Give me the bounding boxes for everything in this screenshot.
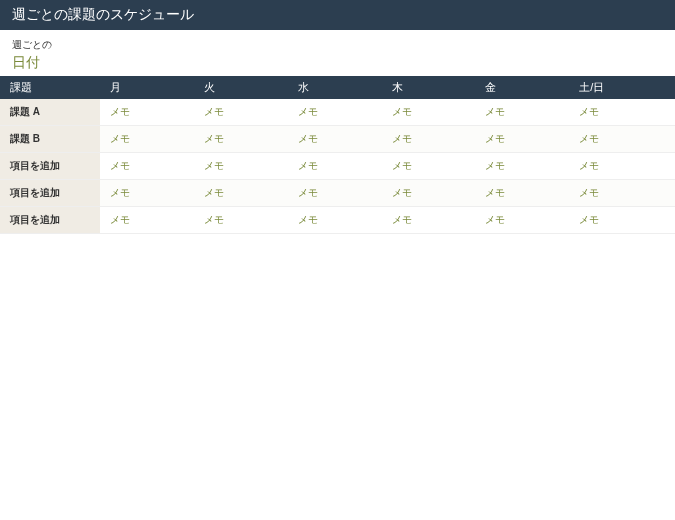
cell-note[interactable]: メモ bbox=[382, 207, 476, 234]
cell-note[interactable]: メモ bbox=[382, 126, 476, 153]
cell-note[interactable]: メモ bbox=[382, 180, 476, 207]
cell-note[interactable]: メモ bbox=[382, 99, 476, 126]
cell-note[interactable]: メモ bbox=[194, 126, 288, 153]
col-header-mon: 月 bbox=[100, 76, 194, 99]
cell-note[interactable]: メモ bbox=[569, 207, 675, 234]
cell-note[interactable]: メモ bbox=[100, 180, 194, 207]
cell-note[interactable]: メモ bbox=[194, 99, 288, 126]
cell-note[interactable]: メモ bbox=[288, 126, 382, 153]
table-body: 課題 A メモ メモ メモ メモ メモ メモ 課題 B メモ メモ メモ メモ … bbox=[0, 99, 675, 234]
cell-note[interactable]: メモ bbox=[382, 153, 476, 180]
cell-note[interactable]: メモ bbox=[475, 99, 569, 126]
cell-note[interactable]: メモ bbox=[475, 207, 569, 234]
cell-note[interactable]: メモ bbox=[569, 99, 675, 126]
cell-note[interactable]: メモ bbox=[288, 99, 382, 126]
col-header-assignment: 課題 bbox=[0, 76, 100, 99]
cell-note[interactable]: メモ bbox=[475, 153, 569, 180]
cell-note[interactable]: メモ bbox=[100, 153, 194, 180]
table-row: 項目を追加 メモ メモ メモ メモ メモ メモ bbox=[0, 207, 675, 234]
cell-note[interactable]: メモ bbox=[100, 99, 194, 126]
row-label[interactable]: 課題 A bbox=[0, 99, 100, 126]
table-row: 課題 B メモ メモ メモ メモ メモ メモ bbox=[0, 126, 675, 153]
week-label: 週ごとの bbox=[12, 38, 663, 52]
col-header-wed: 水 bbox=[288, 76, 382, 99]
col-header-satsun: 土/日 bbox=[569, 76, 675, 99]
cell-note[interactable]: メモ bbox=[100, 207, 194, 234]
table-row: 項目を追加 メモ メモ メモ メモ メモ メモ bbox=[0, 180, 675, 207]
table-row: 項目を追加 メモ メモ メモ メモ メモ メモ bbox=[0, 153, 675, 180]
col-header-fri: 金 bbox=[475, 76, 569, 99]
cell-note[interactable]: メモ bbox=[288, 180, 382, 207]
cell-note[interactable]: メモ bbox=[475, 126, 569, 153]
cell-note[interactable]: メモ bbox=[100, 126, 194, 153]
row-label[interactable]: 項目を追加 bbox=[0, 207, 100, 234]
table-header-row: 課題 月 火 水 木 金 土/日 bbox=[0, 76, 675, 99]
row-label[interactable]: 項目を追加 bbox=[0, 180, 100, 207]
col-header-thu: 木 bbox=[382, 76, 476, 99]
cell-note[interactable]: メモ bbox=[569, 126, 675, 153]
cell-note[interactable]: メモ bbox=[288, 153, 382, 180]
cell-note[interactable]: メモ bbox=[288, 207, 382, 234]
row-label[interactable]: 項目を追加 bbox=[0, 153, 100, 180]
page-title: 週ごとの課題のスケジュール bbox=[12, 6, 194, 22]
cell-note[interactable]: メモ bbox=[569, 153, 675, 180]
cell-note[interactable]: メモ bbox=[194, 207, 288, 234]
table-row: 課題 A メモ メモ メモ メモ メモ メモ bbox=[0, 99, 675, 126]
cell-note[interactable]: メモ bbox=[194, 180, 288, 207]
cell-note[interactable]: メモ bbox=[194, 153, 288, 180]
row-label[interactable]: 課題 B bbox=[0, 126, 100, 153]
date-label: 日付 bbox=[0, 54, 675, 76]
schedule-table: 課題 月 火 水 木 金 土/日 課題 A メモ メモ メモ メモ メモ メモ … bbox=[0, 76, 675, 234]
page-title-bar: 週ごとの課題のスケジュール bbox=[0, 0, 675, 30]
sub-header: 週ごとの bbox=[0, 30, 675, 54]
col-header-tue: 火 bbox=[194, 76, 288, 99]
cell-note[interactable]: メモ bbox=[475, 180, 569, 207]
cell-note[interactable]: メモ bbox=[569, 180, 675, 207]
